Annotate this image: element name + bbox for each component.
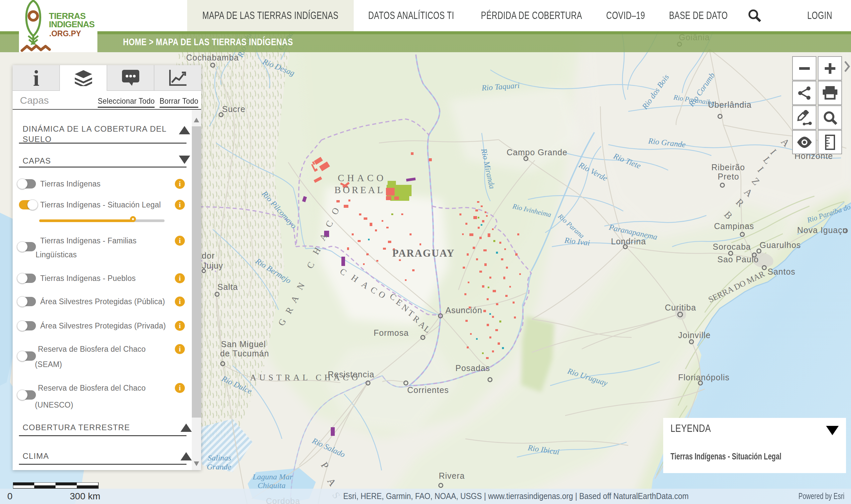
svg-text:i: i: [33, 69, 39, 87]
svg-text:AUSTRAL CHACO: AUSTRAL CHACO: [250, 373, 361, 382]
svg-text:PARAGUAY: PARAGUAY: [392, 247, 455, 259]
svg-text:Campinas: Campinas: [714, 221, 754, 231]
svg-text:Rivera: Rivera: [439, 471, 465, 480]
svg-text:Jujuy: Jujuy: [202, 261, 223, 270]
svg-text:Salinas: Salinas: [208, 453, 231, 462]
svg-text:Guarulhos: Guarulhos: [760, 240, 801, 250]
svg-text:Florianópolis: Florianópolis: [678, 373, 730, 382]
svg-text:Cochabamba: Cochabamba: [186, 53, 239, 62]
svg-text:Preto: Preto: [718, 172, 739, 181]
svg-text:BOREAL: BOREAL: [334, 184, 385, 195]
svg-text:Laguna Mar: Laguna Mar: [252, 472, 293, 481]
svg-text:Corrientes: Corrientes: [407, 385, 449, 395]
svg-text:Sucre: Sucre: [222, 104, 245, 114]
svg-text:Grande: Grande: [207, 463, 231, 471]
svg-text:Santos: Santos: [767, 267, 796, 276]
svg-text:Joinville: Joinville: [678, 330, 711, 340]
svg-text:de Tucumán: de Tucumán: [220, 349, 269, 358]
svg-text:Formosa: Formosa: [374, 328, 409, 338]
svg-text:Asunción: Asunción: [446, 306, 482, 315]
svg-text:Ribeirão: Ribeirão: [711, 163, 745, 172]
svg-text:Sorocaba: Sorocaba: [713, 242, 751, 251]
svg-text:Posadas: Posadas: [455, 363, 490, 373]
svg-text:Salta: Salta: [217, 282, 238, 291]
svg-text:Campo Grande: Campo Grande: [507, 148, 567, 157]
svg-text:Nova Iguaçu: Nova Iguaçu: [797, 226, 847, 235]
svg-text:INDIGENAS: INDIGENAS: [49, 19, 95, 29]
svg-text:San Miguel: San Miguel: [221, 339, 266, 349]
svg-text:CHACO: CHACO: [338, 173, 386, 183]
svg-text:Curitiba: Curitiba: [665, 303, 696, 312]
svg-text:.ORG.PY: .ORG.PY: [49, 29, 81, 38]
